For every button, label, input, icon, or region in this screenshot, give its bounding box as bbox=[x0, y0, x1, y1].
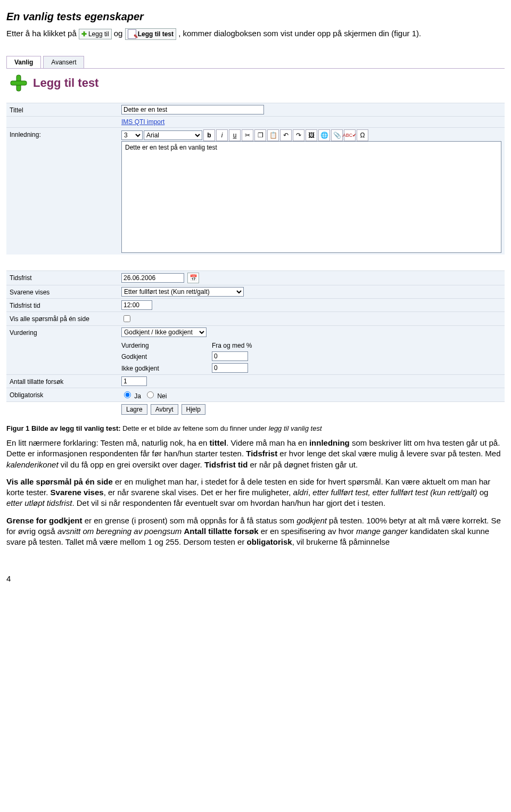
dialog-title: Legg til test bbox=[33, 76, 98, 90]
calendar-icon[interactable]: 📅 bbox=[187, 273, 199, 283]
label-svarene-vises: Svarene vises bbox=[10, 287, 121, 296]
figure-caption: Figur 1 Bilde av legg til vanlig test: D… bbox=[6, 424, 505, 432]
dialog-button-row: Lagre Avbryt Hjelp bbox=[6, 401, 505, 417]
page-heading: En vanlig tests egenskaper bbox=[6, 11, 505, 23]
innledning-editor[interactable]: Dette er en test på en vanlig test bbox=[121, 141, 501, 253]
underline-button[interactable]: u bbox=[229, 129, 241, 141]
row-ikke-godkjent-label: Ikke godkjent bbox=[121, 363, 212, 373]
label-antall: Antall tillatte forsøk bbox=[10, 376, 121, 386]
vurdering-select[interactable]: Godkjent / Ikke godkjent bbox=[121, 327, 207, 337]
ims-qti-import-link[interactable]: IMS QTI import bbox=[121, 118, 164, 126]
tidsfrist-tid-input[interactable] bbox=[121, 300, 152, 310]
hjelp-button[interactable]: Hjelp bbox=[182, 404, 205, 415]
plus-icon: ✚ bbox=[81, 30, 87, 38]
label-vis-alle: Vis alle spørsmål på én side bbox=[10, 314, 121, 323]
col-fra-og-med: Fra og med % bbox=[212, 340, 292, 349]
label-tidsfrist: Tidsfrist bbox=[10, 273, 121, 282]
body-paragraph-3: Grense for godkjent er en grense (i pros… bbox=[6, 515, 505, 548]
font-size-select[interactable]: 3 bbox=[121, 130, 143, 140]
image-button[interactable]: 🖼 bbox=[306, 129, 317, 141]
spellcheck-button[interactable]: ABC✔ bbox=[344, 129, 356, 141]
vurdering-grid: Vurdering Fra og med % Godkjent Ikke god… bbox=[121, 337, 501, 373]
body-paragraph-2: Vis alle spørsmål på én side er en mulig… bbox=[6, 477, 505, 509]
obligatorisk-ja-option[interactable]: Ja bbox=[121, 390, 141, 400]
font-name-select[interactable]: Arial bbox=[144, 130, 202, 140]
vis-alle-checkbox[interactable] bbox=[123, 315, 130, 322]
legg-til-test-label: Legg til test bbox=[138, 30, 174, 38]
label-vurdering: Vurdering bbox=[10, 327, 121, 337]
obligatorisk-nei-option[interactable]: Nei bbox=[144, 390, 167, 400]
tittel-input[interactable] bbox=[121, 105, 264, 114]
label-innledning: Innledning: bbox=[10, 129, 121, 138]
intro-after: , kommer dialogboksen som vist under opp… bbox=[178, 29, 421, 38]
link-button[interactable]: 🌐 bbox=[318, 129, 330, 141]
label-tittel: Tittel bbox=[10, 105, 121, 114]
svg-rect-1 bbox=[11, 81, 27, 85]
undo-button[interactable]: ↶ bbox=[280, 129, 292, 141]
page-number: 4 bbox=[6, 574, 505, 583]
body-paragraph-1: En litt nærmere forklaring: Testen må, n… bbox=[6, 438, 505, 470]
nei-label: Nei bbox=[157, 392, 167, 400]
ikke-godkjent-input[interactable] bbox=[212, 363, 248, 373]
intro-mid: og bbox=[114, 29, 125, 38]
avbryt-button[interactable]: Avbryt bbox=[151, 404, 178, 415]
tab-avansert[interactable]: Avansert bbox=[43, 56, 84, 68]
legg-til-label: Legg til bbox=[88, 30, 109, 38]
redo-button[interactable]: ↷ bbox=[293, 129, 304, 141]
copy-button[interactable]: ❐ bbox=[254, 129, 266, 141]
legg-til-test-inline-button: Legg til test bbox=[125, 28, 176, 40]
italic-button[interactable]: i bbox=[216, 129, 228, 141]
document-edit-icon bbox=[128, 29, 136, 39]
bold-button[interactable]: b bbox=[203, 129, 215, 141]
dialog-header: Legg til test bbox=[6, 69, 505, 103]
lagre-button[interactable]: Lagre bbox=[121, 404, 147, 415]
dialog-tabs: Vanlig Avansert bbox=[6, 56, 505, 69]
svarene-vises-select[interactable]: Etter fullført test (Kun rett/galt) bbox=[121, 287, 244, 297]
godkjent-input[interactable] bbox=[212, 351, 248, 361]
label-tidsfrist-tid: Tidsfrist tid bbox=[10, 300, 121, 309]
intro-before: Etter å ha klikket på bbox=[6, 29, 79, 38]
antall-input[interactable] bbox=[121, 376, 147, 386]
label-obligatorisk: Obligatorisk bbox=[10, 390, 121, 399]
tab-vanlig[interactable]: Vanlig bbox=[6, 56, 41, 68]
paste-button[interactable]: 📋 bbox=[267, 129, 279, 141]
ja-label: Ja bbox=[134, 392, 141, 400]
attach-button[interactable]: 📎 bbox=[331, 129, 343, 141]
tidsfrist-input[interactable] bbox=[121, 273, 184, 283]
col-vurdering: Vurdering bbox=[121, 340, 212, 349]
cut-button[interactable]: ✂ bbox=[242, 129, 253, 141]
symbol-button[interactable]: Ω bbox=[357, 129, 368, 141]
row-godkjent-label: Godkjent bbox=[121, 351, 212, 361]
intro-paragraph: Etter å ha klikket på ✚ Legg til og Legg… bbox=[6, 28, 505, 40]
editor-toolbar: 3 Arial b i u ✂ ❐ 📋 ↶ ↷ 🖼 🌐 📎 ABC✔ Ω bbox=[121, 129, 501, 141]
legg-til-inline-button: ✚ Legg til bbox=[79, 29, 112, 39]
plus-icon bbox=[10, 74, 28, 92]
add-test-dialog: Vanlig Avansert Legg til test Tittel IMS… bbox=[6, 56, 505, 417]
